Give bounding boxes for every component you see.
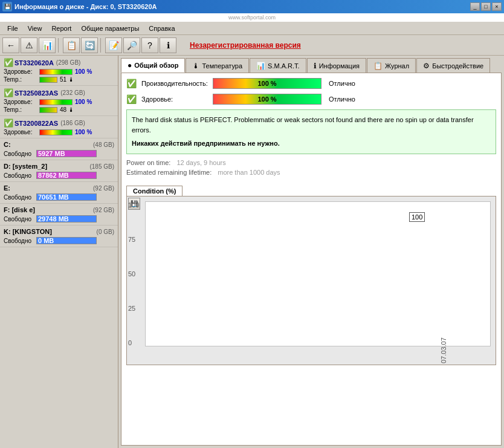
edit-button[interactable]: 📝 — [105, 37, 122, 53]
tab-journal[interactable]: 📋 Журнал — [367, 58, 416, 73]
drive-d-free-value: 87862 MB — [38, 172, 69, 179]
drive-d-size: (185 GB) — [89, 163, 114, 170]
tab-performance-icon: ⚙ — [423, 62, 430, 70]
drive-d-name[interactable]: D: [system_2] — [4, 163, 47, 170]
drive-c-size: (48 GB) — [93, 141, 114, 148]
sidebar: ✅ ST3320620A (298 GB) Здоровье: 100 % Te… — [0, 56, 118, 448]
health-bar-value: 100 % — [213, 94, 321, 104]
disk-2-health-bar — [39, 129, 73, 135]
back-button[interactable]: ← — [2, 37, 19, 53]
drive-k-name[interactable]: K: [KINGSTON] — [4, 228, 52, 235]
separator-1 — [58, 38, 60, 53]
drive-e: E: (92 GB) Свободно 70651 MB — [0, 182, 118, 204]
disk-1-health-row: Здоровье: 100 % — [4, 99, 114, 105]
info-button[interactable]: ℹ — [160, 37, 176, 53]
disk-0-temp-row: Temp.: 51 🌡 — [4, 76, 114, 83]
disk-entry-2: ✅ ST3200822AS (186 GB) Здоровье: 100 % — [0, 116, 118, 138]
close-button[interactable]: × — [492, 2, 502, 11]
tab-content-overview: ✅ Производительность: 100 % Отлично ✅ Зд… — [121, 73, 502, 446]
drive-f-free-value: 29748 MB — [38, 215, 69, 222]
disk-1-name[interactable]: ST3250823AS — [15, 89, 58, 97]
search-button[interactable]: 🔎 — [123, 37, 140, 53]
performance-bar-value: 100 % — [213, 79, 321, 88]
tab-performance[interactable]: ⚙ Быстродействие — [416, 58, 490, 73]
refresh-button[interactable]: 🔄 — [81, 37, 98, 53]
disk-0-temp-bar — [39, 77, 57, 83]
drive-d-free-label: Свободно — [4, 172, 34, 179]
drive-e-free-value: 70651 MB — [38, 193, 69, 201]
drive-f-free-bar: 29748 MB — [36, 215, 97, 222]
drive-c-free-bar: 5927 MB — [36, 150, 97, 157]
health-metric: ✅ Здоровье: 100 % Отлично — [126, 94, 496, 105]
titlebar: 💾 Информация о диске - Диск: 0, ST332062… — [0, 0, 504, 13]
disk-2-health-value: 100 % — [75, 129, 92, 135]
chart-button[interactable]: 📊 — [39, 37, 56, 53]
menu-view[interactable]: View — [23, 24, 47, 33]
health-status: Отлично — [329, 96, 355, 103]
tab-journal-icon: 📋 — [373, 62, 383, 70]
menu-file[interactable]: File — [2, 24, 23, 33]
y-0: 0 — [128, 339, 139, 346]
disk-0-health-label: Здоровье: — [4, 68, 37, 75]
tab-bar: ● Общий обзор 🌡 Температура 📊 S.M.A.R.T.… — [118, 56, 504, 73]
tab-temperature-icon: 🌡 — [192, 62, 199, 70]
disk-1-temp-value: 48 🌡 — [60, 106, 74, 113]
tab-journal-label: Журнал — [385, 62, 409, 70]
warning-button[interactable]: ⚠ — [21, 37, 37, 53]
drive-e-free-bar: 70651 MB — [36, 193, 97, 201]
tab-overview[interactable]: ● Общий обзор — [121, 58, 185, 73]
chart-x-label: 07.03.07 — [440, 346, 447, 363]
drive-k-free-value: 0 MB — [38, 237, 54, 244]
toolbar: ← ⚠ 📊 📋 🔄 📝 🔎 ? ℹ Незарегистрированная в… — [0, 35, 504, 56]
condition-section: Condition (%) — [126, 181, 496, 196]
drive-k-free-bar: 0 MB — [36, 237, 97, 244]
drive-f: F: [disk e] (92 GB) Свободно 29748 MB — [0, 204, 118, 226]
drive-d-free-bar: 87862 MB — [36, 172, 97, 179]
disk-1-temp-row: Temp.: 48 🌡 — [4, 106, 114, 113]
info-box: The hard disk status is PERFECT. Problem… — [126, 109, 496, 154]
drive-k-free-label: Свободно — [4, 238, 34, 244]
disk-0-name[interactable]: ST3320620A — [15, 59, 54, 67]
condition-tab-label[interactable]: Condition (%) — [126, 186, 183, 196]
tab-overview-label: Общий обзор — [134, 62, 178, 69]
menu-help[interactable]: Справка — [144, 24, 179, 33]
y-50: 50 — [128, 270, 139, 278]
menu-general[interactable]: Общие параметры — [76, 24, 144, 33]
disk-2-size: (186 GB) — [60, 120, 85, 126]
y-100: 100 — [128, 201, 139, 209]
drive-c-free-row: Свободно 5927 MB — [4, 150, 114, 157]
power-on-value: 12 days, 9 hours — [176, 159, 225, 166]
remaining-label: Estimated remaining lifetime: — [126, 169, 212, 176]
copy-button[interactable]: 📋 — [63, 37, 80, 53]
tab-temperature[interactable]: 🌡 Температура — [186, 58, 249, 73]
performance-label: Производительность: — [141, 80, 208, 87]
help-button[interactable]: ? — [141, 37, 158, 53]
tab-smart[interactable]: 📊 S.M.A.R.T. — [250, 58, 306, 73]
disk-0-temp-label: Temp.: — [4, 76, 37, 83]
drive-e-name[interactable]: E: — [4, 184, 10, 192]
health-check-icon: ✅ — [126, 94, 137, 104]
health-bar: 100 % — [213, 94, 321, 105]
disk-1-health-bar — [39, 99, 73, 105]
main-layout: ✅ ST3320620A (298 GB) Здоровье: 100 % Te… — [0, 56, 504, 448]
drive-k-free-row: Свободно 0 MB — [4, 237, 114, 244]
y-75: 75 — [128, 236, 139, 243]
y-25: 25 — [128, 305, 139, 312]
disk-2-name[interactable]: ST3200822AS — [15, 120, 58, 127]
tab-info[interactable]: ℹ Информация — [307, 58, 366, 73]
drive-f-name[interactable]: F: [disk e] — [4, 206, 35, 213]
menu-report[interactable]: Report — [47, 24, 76, 33]
chart-area: 100 — [145, 201, 491, 346]
disk-1-size: (232 GB) — [60, 89, 85, 96]
drive-c-name[interactable]: C: — [4, 141, 11, 148]
tab-overview-icon: ● — [128, 61, 132, 70]
power-on-label: Power on time: — [126, 159, 170, 166]
chart-container: 💾 100 07.03.07 100 75 50 25 0 — [126, 196, 496, 365]
drive-c: C: (48 GB) Свободно 5927 MB — [0, 138, 118, 160]
remaining-value: more than 1000 days — [218, 169, 280, 176]
maximize-button[interactable]: □ — [481, 2, 491, 11]
advice-text: Никаких действий предпринимать не нужно. — [132, 138, 491, 149]
minimize-button[interactable]: _ — [470, 2, 480, 11]
drive-f-free-row: Свободно 29748 MB — [4, 215, 114, 222]
drive-d-free-row: Свободно 87862 MB — [4, 172, 114, 179]
